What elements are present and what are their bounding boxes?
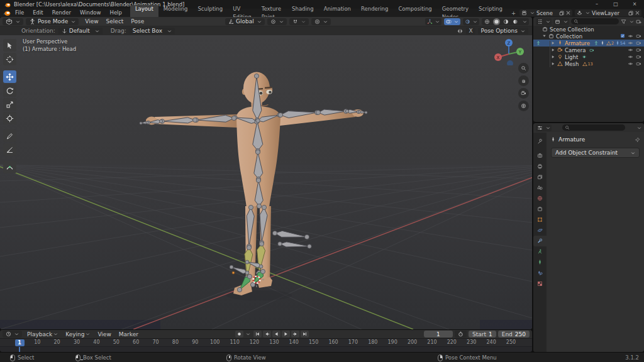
properties-tab-tool[interactable]: [533, 136, 547, 147]
new-collection-icon[interactable]: [636, 19, 641, 25]
chevron-down-icon[interactable]: [637, 126, 641, 130]
current-frame-marker[interactable]: 1: [15, 339, 25, 346]
playback-jump-first-button[interactable]: [253, 331, 262, 337]
properties-tab-view-layer[interactable]: [533, 172, 547, 182]
tool-cursor[interactable]: [3, 53, 16, 65]
timeline-editor-type-button[interactable]: [3, 331, 22, 337]
shading-material-button[interactable]: [502, 18, 509, 25]
tool-measure[interactable]: [3, 143, 16, 156]
blender-menu-icon[interactable]: [3, 9, 11, 17]
drag-setting-value[interactable]: Select Box: [130, 28, 175, 35]
playback-next-key-button[interactable]: [291, 331, 299, 337]
properties-editor-type-button[interactable]: [536, 124, 552, 131]
pose-mirror-icon[interactable]: [457, 28, 464, 35]
mode-selector[interactable]: Pose Mode: [26, 18, 79, 25]
collection-checkbox[interactable]: [620, 33, 625, 38]
hide-viewport-toggle[interactable]: [628, 33, 633, 39]
chevron-down-icon[interactable]: [630, 19, 634, 24]
menu-render[interactable]: Render: [48, 9, 75, 17]
view-layer-selector[interactable]: ViewLayer: [575, 9, 641, 16]
properties-tab-data[interactable]: [533, 246, 547, 257]
properties-tab-bone[interactable]: [533, 257, 547, 268]
chevron-down-icon[interactable]: [523, 19, 527, 24]
snap-toggle[interactable]: [289, 18, 309, 25]
tool-annotate[interactable]: [3, 129, 16, 142]
properties-tab-physics[interactable]: [533, 225, 547, 236]
disclosure-closed-icon[interactable]: [551, 48, 555, 52]
pin-icon[interactable]: [635, 137, 640, 143]
viewport-canvas[interactable]: User Perspective (1) Armature : Head Z X…: [0, 35, 532, 329]
shading-solid-button[interactable]: [493, 18, 500, 25]
timeline-menu-marker[interactable]: Marker: [115, 331, 142, 337]
remove-icon[interactable]: [635, 11, 640, 15]
transform-orientation-selector[interactable]: Global: [225, 18, 265, 25]
disclosure-open-icon[interactable]: [542, 34, 547, 38]
new-id-icon[interactable]: [559, 11, 564, 16]
menu-window[interactable]: Window: [75, 9, 106, 17]
tool-transform[interactable]: [3, 112, 16, 124]
disable-render-toggle[interactable]: [636, 54, 641, 60]
menu-help[interactable]: Help: [105, 9, 126, 17]
zoom-view-button[interactable]: [518, 63, 529, 74]
properties-tab-texture[interactable]: [533, 278, 547, 289]
playback-play-rev-button[interactable]: [272, 331, 280, 337]
hide-viewport-toggle[interactable]: [628, 54, 633, 60]
properties-tab-output[interactable]: [533, 161, 547, 172]
add-workspace-button[interactable]: +: [508, 10, 519, 16]
disable-render-toggle[interactable]: [636, 33, 641, 39]
outliner-display-mode-button[interactable]: [553, 18, 569, 25]
disable-render-toggle[interactable]: [636, 47, 641, 53]
camera-view-button[interactable]: [518, 88, 529, 99]
properties-tab-world[interactable]: [533, 193, 547, 204]
properties-tab-collection[interactable]: [533, 204, 547, 214]
add-object-constraint-button[interactable]: Add Object Constraint: [551, 148, 640, 158]
pose-options-dropdown[interactable]: Pose Options: [478, 28, 528, 35]
timeline-menu-keying[interactable]: Keying: [62, 331, 94, 337]
properties-tab-render[interactable]: [533, 150, 547, 161]
show-gizmo-toggle[interactable]: [425, 18, 441, 25]
frame-end-field[interactable]: End250: [498, 331, 530, 337]
viewport-menu-pose[interactable]: Pose: [127, 18, 148, 25]
editor-type-button[interactable]: [3, 18, 23, 25]
timeline-menu-view[interactable]: View: [94, 331, 114, 337]
tool-move[interactable]: [3, 70, 16, 83]
outliner-editor-type-button[interactable]: [536, 18, 552, 25]
viewport-menu-select[interactable]: Select: [103, 18, 128, 25]
shading-rendered-button[interactable]: [512, 18, 519, 25]
orientation-setting-value[interactable]: Default: [58, 28, 103, 35]
tool-scale[interactable]: [3, 98, 16, 111]
timeline-menu-playback[interactable]: Playback: [23, 331, 62, 337]
menu-file[interactable]: File: [11, 9, 28, 17]
tool-select-box[interactable]: [3, 39, 16, 52]
current-frame-field[interactable]: 1: [424, 331, 453, 337]
hide-viewport-toggle[interactable]: [628, 40, 633, 46]
auto-keying-button[interactable]: [235, 331, 243, 337]
timeline-ruler[interactable]: 1102030405060708090100110120130140150160…: [0, 338, 532, 346]
properties-search-input[interactable]: [562, 124, 625, 131]
menu-edit[interactable]: Edit: [28, 9, 47, 17]
properties-tab-object[interactable]: [533, 214, 547, 225]
pivot-point-selector[interactable]: [267, 18, 287, 25]
properties-tab-constraint[interactable]: [533, 236, 547, 246]
mirror-x-toggle[interactable]: X: [466, 28, 475, 35]
toggle-ortho-button[interactable]: [518, 101, 529, 111]
hide-viewport-toggle[interactable]: [628, 61, 633, 67]
playback-jump-last-button[interactable]: [301, 331, 309, 337]
tool-pose-breakdowner[interactable]: [3, 161, 16, 173]
use-preview-range-toggle[interactable]: [455, 331, 467, 337]
close-button[interactable]: ×: [625, 0, 644, 9]
pan-view-button[interactable]: [518, 75, 529, 86]
disclosure-closed-icon[interactable]: [551, 55, 555, 59]
properties-tab-bone-constraint[interactable]: [533, 268, 547, 278]
outliner-row-scene-collection[interactable]: Scene Collection: [533, 26, 644, 33]
new-id-icon[interactable]: [628, 11, 633, 16]
playback-prev-key-button[interactable]: [263, 331, 271, 337]
tool-rotate[interactable]: [3, 84, 16, 97]
playback-play-button[interactable]: [282, 331, 290, 337]
properties-tab-scene[interactable]: [533, 182, 547, 193]
chevron-down-icon[interactable]: [246, 332, 250, 336]
shading-wireframe-button[interactable]: [484, 18, 491, 25]
proportional-editing-toggle[interactable]: [311, 18, 331, 25]
scene-selector[interactable]: Scene: [519, 9, 572, 16]
filter-icon[interactable]: [621, 19, 626, 25]
